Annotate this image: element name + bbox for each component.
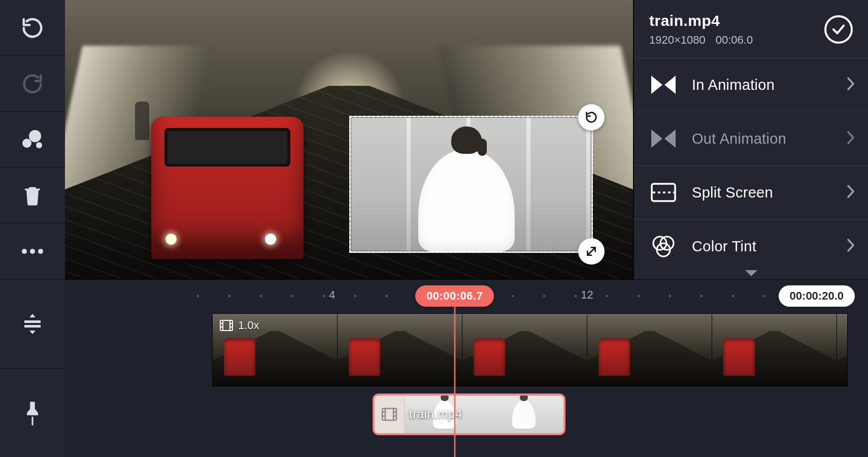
svg-point-4 (30, 249, 35, 254)
svg-marker-10 (664, 76, 676, 94)
in-animation-icon (649, 76, 678, 94)
timeline-ruler[interactable]: 4 12 00:00:06.7 00:00:20.0 (65, 284, 868, 309)
undo-button[interactable] (0, 0, 65, 56)
svg-point-16 (660, 237, 674, 250)
svg-point-2 (36, 142, 42, 148)
scale-handle[interactable] (578, 238, 605, 265)
chevron-right-icon (847, 184, 855, 201)
delete-button[interactable] (0, 168, 65, 223)
chevron-right-icon (847, 130, 855, 147)
clip-header: train.mp4 1920×1080 00:06.0 (634, 0, 868, 58)
svg-rect-13 (652, 184, 675, 201)
svg-rect-19 (220, 320, 232, 331)
expand-tracks-button[interactable] (0, 279, 65, 368)
redo-button[interactable] (0, 56, 65, 112)
more-button[interactable] (0, 223, 65, 279)
menu-label: Split Screen (692, 184, 773, 201)
svg-line-8 (587, 247, 595, 255)
menu-in-animation[interactable]: In Animation (634, 58, 868, 112)
properties-panel: train.mp4 1920×1080 00:06.0 In Animation (633, 0, 868, 279)
svg-marker-18 (745, 270, 757, 276)
svg-point-5 (38, 249, 43, 254)
speed-value: 1.0x (238, 319, 259, 332)
svg-rect-6 (24, 320, 41, 323)
menu-label: Out Animation (692, 130, 786, 147)
menu-label: Color Tint (692, 238, 756, 255)
svg-point-0 (22, 139, 31, 148)
total-duration: 00:00:20.0 (779, 285, 855, 307)
svg-marker-11 (651, 129, 662, 148)
main-video-track[interactable]: 1.0x (212, 313, 848, 386)
menu-split-screen[interactable]: Split Screen (634, 166, 868, 220)
menu-label: In Animation (692, 77, 775, 93)
playhead-time: 00:00:06.7 (415, 285, 494, 307)
clip-filename: train.mp4 (649, 12, 753, 29)
overlay-layer-bounds[interactable] (349, 116, 593, 253)
preview-viewport[interactable] (65, 0, 633, 279)
ruler-mark: 4 (329, 288, 335, 302)
svg-point-1 (29, 130, 41, 142)
svg-marker-12 (664, 129, 676, 148)
color-tint-icon (649, 235, 678, 258)
svg-rect-7 (24, 325, 41, 328)
scroll-down-hint-icon (634, 270, 868, 279)
menu-color-tint[interactable]: Color Tint (634, 220, 868, 274)
svg-point-17 (657, 243, 670, 256)
rotate-handle[interactable] (578, 104, 605, 130)
svg-point-15 (653, 237, 666, 250)
svg-marker-9 (651, 76, 662, 94)
out-animation-icon (649, 129, 678, 148)
split-screen-icon (649, 183, 678, 202)
chevron-right-icon (847, 77, 855, 93)
menu-out-animation[interactable]: Out Animation (634, 112, 868, 166)
pin-button[interactable] (0, 368, 65, 457)
timeline[interactable]: 4 12 00:00:06.7 00:00:20.0 1.0x train.mp… (65, 279, 868, 457)
svg-rect-26 (382, 408, 396, 420)
clip-speed-badge: 1.0x (220, 319, 259, 332)
clip-resolution: 1920×1080 (649, 34, 706, 47)
svg-point-3 (22, 249, 27, 254)
playhead[interactable]: 00:00:06.7 (415, 285, 494, 457)
chevron-right-icon (847, 238, 855, 254)
ruler-mark: 12 (581, 288, 593, 302)
clip-duration: 00:06.0 (716, 34, 753, 47)
confirm-button[interactable] (824, 15, 853, 44)
shapes-button[interactable] (0, 112, 65, 168)
left-toolbar (0, 0, 65, 457)
filmstrip-icon (375, 396, 405, 433)
